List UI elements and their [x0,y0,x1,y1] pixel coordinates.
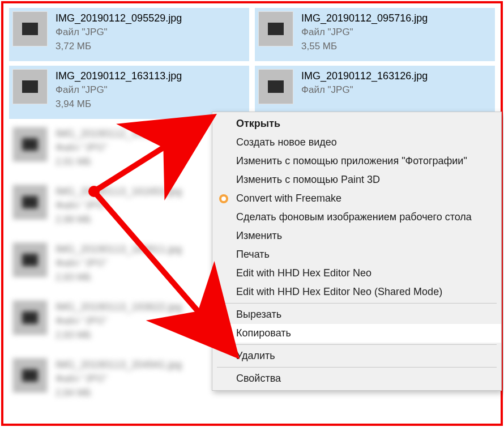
menu-label: Edit with HHD Hex Editor Neo [236,267,371,279]
file-meta: IMG_20190113_180911.jpg Файл "JPG" 2,83 … [55,242,182,284]
file-meta: IMG_20190113_161653.jpg Файл "JPG" 2,98 … [55,185,182,227]
file-meta: IMG_20190112_163250.jpg Файл "JPG" 2,91 … [55,127,182,169]
menu-label: Изменить [236,230,282,242]
context-menu-item-edit[interactable]: Изменить [212,227,501,245]
context-menu-item-hex-editor-shared[interactable]: Edit with HHD Hex Editor Neo (Shared Mod… [212,283,501,301]
file-item[interactable]: IMG_20190112_163113.jpg Файл "JPG" 3,94 … [9,66,249,119]
menu-label: Edit with HHD Hex Editor Neo (Shared Mod… [236,286,442,298]
menu-label: Открыть [236,118,280,130]
context-menu-separator [217,303,497,304]
file-name: IMG_20190113_204941.jpg [55,358,182,372]
menu-label: Создать новое видео [236,136,337,148]
menu-label: Копировать [236,327,291,339]
file-name: IMG_20190112_163113.jpg [55,69,182,83]
file-name: IMG_20190113_193622.jpg [55,300,182,314]
file-size: 2,98 МБ [55,214,182,227]
file-item[interactable]: IMG_20190112_095529.jpg Файл "JPG" 3,72 … [9,8,249,61]
file-thumbnail [12,69,48,104]
file-size: 2,83 МБ [55,329,182,342]
file-thumbnail [12,358,48,393]
file-type: Файл "JPG" [55,26,182,39]
svg-point-1 [221,197,226,201]
file-size: 3,94 МБ [55,98,182,111]
context-menu-item-open[interactable]: Открыть [212,114,501,133]
context-menu-item-paint3d[interactable]: Изменить с помощью Paint 3D [212,170,501,189]
file-type: Файл "JPG" [55,257,182,270]
file-meta: IMG_20190112_095529.jpg Файл "JPG" 3,72 … [55,11,182,53]
screenshot-frame: IMG_20190112_095529.jpg Файл "JPG" 3,72 … [1,1,503,426]
file-name: IMG_20190113_161653.jpg [55,185,182,198]
context-menu-item-edit-photos[interactable]: Изменить с помощью приложения "Фотографи… [212,152,501,170]
file-name: IMG_20190113_180911.jpg [55,242,182,256]
file-type: Файл "JPG" [301,26,428,39]
file-thumbnail [258,69,293,104]
file-type: Файл "JPG" [55,84,182,97]
file-size: 3,72 МБ [55,40,182,53]
menu-label: Удалить [236,350,275,362]
file-size: 2,91 МБ [55,156,182,169]
context-menu-separator [217,367,497,368]
file-type: Файл "JPG" [301,84,428,97]
context-menu-item-properties[interactable]: Свойства [212,369,501,388]
file-type: Файл "JPG" [55,199,182,212]
context-menu-item-copy[interactable]: Копировать [212,324,501,343]
context-menu-item-freemake[interactable]: Convert with Freemake [212,189,501,208]
menu-label: Изменить с помощью Paint 3D [236,174,380,186]
file-thumbnail [12,300,48,335]
context-menu: Открыть Создать новое видео Изменить с п… [212,112,502,391]
file-type: Файл "JPG" [55,373,182,386]
file-thumbnail [12,11,48,46]
file-item[interactable]: IMG_20190112_095716.jpg Файл "JPG" 3,55 … [255,8,495,61]
context-menu-item-set-wallpaper[interactable]: Сделать фоновым изображением рабочего ст… [212,208,501,227]
file-meta: IMG_20190112_095716.jpg Файл "JPG" 3,55 … [301,11,428,53]
context-menu-item-cut[interactable]: Вырезать [212,305,501,324]
menu-label: Свойства [236,373,281,385]
freemake-icon [218,193,229,204]
context-menu-item-new-video[interactable]: Создать новое видео [212,133,501,152]
file-meta: IMG_20190112_163126.jpg Файл "JPG" [301,69,428,98]
file-name: IMG_20190112_095716.jpg [301,11,428,25]
file-name: IMG_20190112_163126.jpg [301,69,428,83]
file-size: 2,84 МБ [55,387,182,400]
file-meta: IMG_20190113_204941.jpg Файл "JPG" 2,84 … [55,358,182,400]
file-thumbnail [12,185,48,220]
menu-label: Convert with Freemake [236,193,341,204]
file-meta: IMG_20190113_193622.jpg Файл "JPG" 2,83 … [55,300,182,342]
file-item[interactable]: IMG_20190112_163126.jpg Файл "JPG" [255,66,495,119]
file-thumbnail [12,242,48,277]
file-thumbnail [258,11,293,46]
context-menu-item-delete[interactable]: Удалить [212,347,501,365]
context-menu-item-print[interactable]: Печать [212,245,501,264]
context-menu-separator [217,344,497,345]
context-menu-item-hex-editor[interactable]: Edit with HHD Hex Editor Neo [212,264,501,283]
menu-label: Вырезать [236,309,281,321]
file-name: IMG_20190112_095529.jpg [55,11,182,25]
menu-label: Сделать фоновым изображением рабочего ст… [236,211,472,223]
file-meta: IMG_20190112_163113.jpg Файл "JPG" 3,94 … [55,69,182,111]
file-thumbnail [12,127,48,162]
menu-label: Изменить с помощью приложения "Фотографи… [236,155,467,167]
file-size: 3,55 МБ [301,40,428,53]
file-size: 2,83 МБ [55,271,182,284]
file-type: Файл "JPG" [55,142,182,155]
menu-label: Печать [236,249,270,261]
file-type: Файл "JPG" [55,315,182,328]
file-name: IMG_20190112_163250.jpg [55,127,182,140]
